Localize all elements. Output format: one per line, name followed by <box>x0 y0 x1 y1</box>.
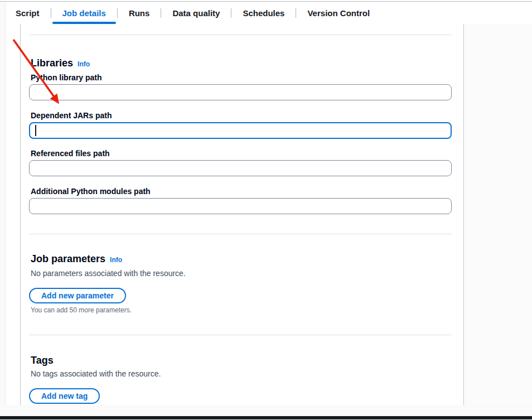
section-divider <box>29 335 452 335</box>
add-new-tag-button[interactable]: Add new tag <box>29 388 100 404</box>
section-divider <box>29 35 452 35</box>
job-parameters-section-header: Job parameters Info <box>31 253 122 265</box>
additional-python-modules-path-input[interactable] <box>29 198 452 214</box>
dependent-jars-path-input[interactable] <box>29 122 452 139</box>
libraries-section-header: Libraries Info <box>31 57 90 69</box>
text-cursor <box>35 125 36 136</box>
tags-heading: Tags <box>31 354 54 366</box>
left-gutter <box>0 2 6 405</box>
dependent-jars-path-field <box>29 122 452 139</box>
additional-python-modules-path-label: Additional Python modules path <box>31 186 151 196</box>
libraries-info-link[interactable]: Info <box>78 60 90 68</box>
job-parameters-info-link[interactable]: Info <box>110 256 122 264</box>
job-parameters-heading: Job parameters <box>31 253 105 265</box>
tags-section-header: Tags <box>31 354 54 366</box>
dependent-jars-path-label: Dependent JARs path <box>31 110 112 120</box>
referenced-files-path-label: Referenced files path <box>31 148 110 158</box>
section-divider <box>29 234 452 234</box>
python-library-path-label: Python library path <box>31 73 102 83</box>
tags-empty-text: No tags associated with the resource. <box>31 369 161 379</box>
job-parameters-helper-text: You can add 50 more parameters. <box>31 306 132 315</box>
libraries-heading: Libraries <box>31 57 73 69</box>
python-library-path-input[interactable] <box>29 84 452 100</box>
job-parameters-empty-text: No parameters associated with the resour… <box>31 268 186 278</box>
referenced-files-path-input[interactable] <box>29 160 452 176</box>
job-details-content: Libraries Info Python library path Depen… <box>29 0 452 420</box>
right-gutter <box>465 24 532 405</box>
add-new-parameter-button[interactable]: Add new parameter <box>29 288 126 303</box>
